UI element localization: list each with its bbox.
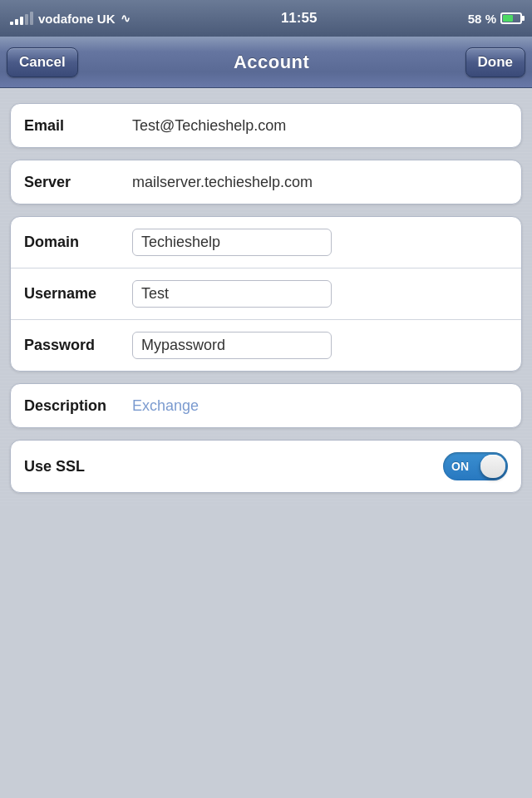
signal-bar-4 [25, 14, 28, 25]
clock: 11:55 [281, 10, 317, 27]
ssl-toggle[interactable]: ON [443, 452, 508, 480]
description-group: Description Exchange [10, 383, 522, 428]
carrier-label: vodafone UK [38, 12, 116, 26]
password-label: Password [24, 337, 132, 354]
status-bar: vodafone UK ∿ 11:55 58 % [0, 0, 532, 37]
ssl-label: Use SSL [24, 458, 132, 475]
username-row: Username Test [11, 268, 521, 320]
username-field[interactable]: Test [132, 280, 332, 308]
wifi-icon: ∿ [121, 12, 131, 25]
server-row: Server mailserver.techieshelp.com [11, 160, 521, 204]
battery-icon [500, 12, 522, 24]
email-label: Email [24, 117, 132, 135]
signal-bar-2 [15, 19, 18, 25]
description-label: Description [24, 397, 132, 415]
email-value[interactable]: Test@Techieshelp.com [132, 117, 508, 135]
description-row: Description Exchange [11, 384, 521, 427]
ssl-toggle-label: ON [451, 460, 469, 473]
page-title: Account [234, 52, 310, 73]
status-left: vodafone UK ∿ [10, 12, 131, 26]
domain-row: Domain Techieshelp [11, 217, 521, 268]
content-area: Email Test@Techieshelp.com Server mailse… [0, 88, 532, 508]
toggle-knob [480, 455, 505, 478]
signal-bar-1 [10, 22, 13, 25]
nav-bar: Cancel Account Done [0, 37, 532, 88]
username-label: Username [24, 285, 132, 303]
battery-percent: 58 % [468, 12, 496, 26]
description-value[interactable]: Exchange [132, 397, 508, 415]
password-row: Password Mypassword [11, 320, 521, 371]
email-group: Email Test@Techieshelp.com [10, 103, 522, 148]
ssl-row: Use SSL ON [11, 441, 521, 492]
signal-bar-5 [30, 12, 33, 25]
domain-field[interactable]: Techieshelp [132, 229, 332, 256]
done-button[interactable]: Done [466, 47, 526, 77]
server-value[interactable]: mailserver.techieshelp.com [132, 174, 508, 191]
server-label: Server [24, 174, 132, 191]
server-group: Server mailserver.techieshelp.com [10, 160, 522, 204]
signal-bars [10, 12, 33, 25]
ssl-group: Use SSL ON [10, 440, 522, 493]
credentials-group: Domain Techieshelp Username Test Passwor… [10, 216, 522, 372]
email-row: Email Test@Techieshelp.com [11, 104, 521, 147]
signal-bar-3 [20, 17, 23, 25]
domain-label: Domain [24, 234, 132, 251]
status-right: 58 % [468, 12, 522, 26]
cancel-button[interactable]: Cancel [7, 47, 78, 77]
password-field[interactable]: Mypassword [132, 332, 332, 359]
